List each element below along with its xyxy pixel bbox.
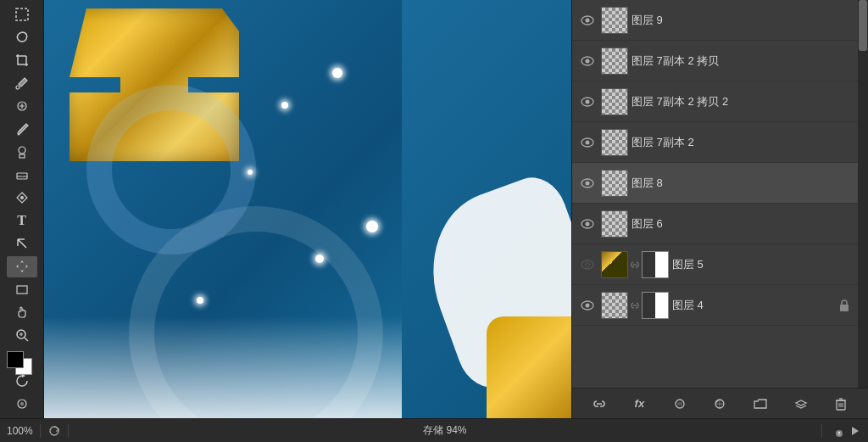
layer-8-thumb-wrapper	[601, 170, 628, 197]
svg-point-1	[16, 86, 19, 89]
layer-item-4[interactable]: 图层 4	[572, 285, 858, 326]
foreground-color[interactable]	[7, 351, 24, 368]
layer-item-7c2k2[interactable]: 图层 7副本 2 拷贝 2	[572, 81, 858, 122]
play-area[interactable]	[849, 425, 861, 437]
layer-9-name: 图层 9	[632, 13, 851, 28]
layer-6-thumb	[601, 210, 628, 238]
tool-crop[interactable]	[7, 49, 37, 70]
svg-point-20	[586, 181, 590, 185]
artwork	[44, 0, 571, 418]
layer-5-thumb-wrapper	[601, 251, 669, 278]
layer-7c2k2-eye[interactable]	[579, 93, 596, 110]
svg-point-10	[20, 402, 24, 406]
svg-point-22	[586, 221, 590, 226]
sparkle-4	[315, 255, 324, 263]
svg-point-26	[586, 303, 590, 307]
layer-4-content-thumb	[601, 292, 628, 319]
layer-7c2k-thumb-wrapper	[601, 48, 628, 75]
layer-4-name: 图层 4	[672, 298, 837, 313]
status-bar: 100% 存储 94%	[0, 418, 868, 442]
layer-5-name: 图层 5	[672, 257, 851, 272]
svg-rect-7	[17, 286, 27, 294]
layer-4-chain	[630, 300, 640, 311]
layer-5-mask-thumb	[642, 251, 669, 278]
tool-spot-healing[interactable]	[7, 95, 37, 116]
tool-pen[interactable]	[7, 187, 37, 209]
layer-4-lock	[837, 299, 851, 312]
tool-eraser[interactable]	[7, 164, 37, 185]
svg-point-14	[586, 59, 590, 63]
layer-item-9[interactable]: 图层 9	[572, 0, 858, 41]
sparkle-2	[332, 68, 342, 78]
tool-type[interactable]: T	[7, 210, 37, 232]
new-adjustment-btn[interactable]	[708, 393, 732, 415]
layer-6-eye[interactable]	[579, 215, 596, 232]
layer-7c2k2-thumb-wrapper	[601, 88, 628, 115]
layer-8-eye[interactable]	[579, 175, 596, 192]
layer-4-thumb-wrapper	[601, 292, 669, 319]
layer-5-chain	[630, 260, 640, 270]
sparkle-6	[366, 221, 378, 232]
status-divider-1	[40, 424, 41, 438]
layer-item-8[interactable]: 图层 8	[572, 163, 858, 204]
layer-7c2k-eye[interactable]	[579, 53, 596, 70]
tool-hand[interactable]	[7, 302, 37, 323]
color-swatches[interactable]	[7, 351, 37, 369]
tool-eyedropper[interactable]	[7, 72, 37, 93]
layer-7c2k2-thumb	[601, 88, 628, 115]
layers-list[interactable]: 图层 9 图层 7副本 2 拷贝	[572, 0, 858, 388]
layer-5-eye[interactable]	[579, 256, 596, 273]
link-layers-btn[interactable]	[587, 393, 611, 415]
delete-layer-btn[interactable]	[829, 393, 853, 415]
svg-point-24	[586, 262, 590, 266]
swirl-2	[86, 85, 256, 255]
layer-item-7c2k[interactable]: 图层 7副本 2 拷贝	[572, 41, 858, 81]
layer-4-eye[interactable]	[579, 297, 596, 314]
layer-5-content-thumb	[601, 251, 628, 278]
svg-point-18	[586, 140, 590, 144]
warning-area	[829, 425, 843, 437]
tool-zoom[interactable]	[7, 325, 37, 346]
layers-panel: 图层 9 图层 7副本 2 拷贝	[572, 0, 868, 418]
tool-rectangular-marquee[interactable]	[7, 3, 37, 25]
rotate-status[interactable]	[47, 424, 61, 438]
warning-icon	[829, 425, 843, 437]
scrollbar-thumb[interactable]	[859, 0, 867, 51]
layer-item-6[interactable]: 图层 6	[572, 204, 858, 244]
app-container: T	[0, 0, 868, 418]
layers-scrollbar[interactable]	[858, 0, 868, 388]
svg-marker-34	[852, 427, 859, 435]
layer-7c2k-name: 图层 7副本 2 拷贝	[632, 53, 851, 69]
canvas-area	[44, 0, 571, 418]
layer-item-5[interactable]: 图层 5	[572, 244, 858, 285]
layer-6-name: 图层 6	[632, 216, 851, 232]
tool-path-selection[interactable]	[7, 233, 37, 255]
fx-btn[interactable]: fx	[627, 393, 651, 415]
layer-8-name: 图层 8	[632, 176, 851, 191]
layer-9-eye[interactable]	[579, 12, 596, 29]
storage-status: 存储 94%	[75, 423, 815, 438]
svg-point-23	[581, 260, 593, 269]
tool-shape[interactable]	[7, 279, 37, 300]
layer-8-thumb	[601, 170, 628, 197]
layer-7c2-thumb-wrapper	[601, 129, 628, 156]
add-mask-btn[interactable]	[668, 393, 692, 415]
tool-settings-bottom[interactable]	[7, 394, 37, 415]
svg-point-3	[19, 147, 25, 154]
tool-brush[interactable]	[7, 118, 37, 139]
right-side	[402, 0, 571, 418]
status-divider-3	[821, 424, 822, 438]
layer-item-7c2[interactable]: 图层 7副本 2	[572, 122, 858, 163]
tool-lasso[interactable]	[7, 26, 37, 48]
new-group-btn[interactable]	[748, 393, 772, 415]
layer-7c2-eye[interactable]	[579, 134, 596, 151]
tool-rotate[interactable]	[7, 371, 37, 392]
layer-7c2k-thumb	[601, 48, 628, 75]
zoom-level: 100%	[7, 425, 33, 437]
tool-clone-stamp[interactable]	[7, 141, 37, 162]
sparkle-5	[197, 297, 203, 304]
right-panel: 图层 9 图层 7副本 2 拷贝	[571, 0, 868, 418]
svg-rect-4	[19, 154, 25, 158]
tool-move[interactable]	[7, 256, 37, 277]
new-layer-btn[interactable]	[789, 393, 813, 415]
